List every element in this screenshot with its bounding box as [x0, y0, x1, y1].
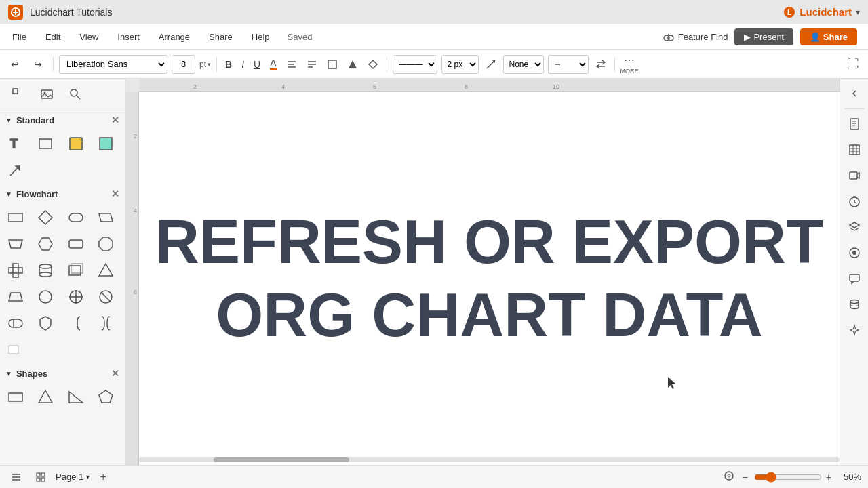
flowchart-panel-header[interactable]: ▼ Flowchart ✕	[0, 184, 125, 203]
fc-trapezoid[interactable]	[3, 231, 28, 257]
svg-marker-36	[9, 240, 22, 248]
text-shape[interactable]: T	[3, 131, 28, 157]
page-properties-button[interactable]	[842, 112, 867, 136]
fc-circle[interactable]	[33, 284, 58, 310]
fc-rect3[interactable]	[63, 258, 89, 283]
zoom-slider[interactable]	[754, 472, 822, 483]
arrow-shape[interactable]	[3, 157, 28, 183]
menu-edit[interactable]: Edit	[44, 29, 62, 45]
fc-white-rect[interactable]	[3, 337, 28, 363]
fc-octagon[interactable]	[93, 231, 119, 257]
fc-shield[interactable]	[33, 310, 58, 336]
fc-target[interactable]	[63, 284, 89, 310]
data-button[interactable]	[842, 292, 867, 317]
fill-color-button[interactable]	[344, 58, 361, 71]
table-button[interactable]	[842, 138, 867, 162]
end-arrow-select[interactable]: → None ◆	[548, 55, 589, 74]
fc-trapezoid2[interactable]	[3, 284, 28, 310]
text-align-button[interactable]	[304, 58, 320, 71]
shape-box-button[interactable]	[324, 58, 340, 71]
shapes-tool-button[interactable]	[5, 81, 31, 107]
sh-right-triangle[interactable]	[63, 384, 89, 410]
fc-rect[interactable]	[3, 205, 28, 230]
comment-button[interactable]	[842, 266, 867, 291]
fc-curly-brace[interactable]	[63, 310, 89, 336]
fc-rounded[interactable]	[63, 205, 89, 230]
note-shape[interactable]	[63, 131, 89, 157]
fc-rect-rounded-l[interactable]	[3, 310, 28, 336]
fit-to-screen-button[interactable]	[722, 468, 736, 485]
fc-diamond[interactable]	[33, 205, 58, 230]
font-size-input[interactable]	[172, 55, 195, 74]
shapes-close-button[interactable]: ✕	[111, 368, 119, 379]
fc-cylinder[interactable]	[33, 258, 58, 283]
menu-view[interactable]: View	[78, 29, 100, 45]
fc-double-brace[interactable]	[93, 310, 119, 336]
list-view-button[interactable]	[7, 468, 26, 487]
feature-find-button[interactable]: Feature Find	[663, 31, 728, 43]
menu-insert[interactable]: Insert	[116, 29, 141, 45]
italic-button[interactable]: I	[239, 58, 247, 71]
page-selector[interactable]: Page 1 ▾	[56, 472, 90, 482]
grid-view-icon	[35, 472, 46, 483]
toolbar-separator-3	[387, 57, 387, 72]
collapse-right-sidebar-button[interactable]	[842, 81, 867, 106]
font-color-button[interactable]: A	[267, 56, 279, 72]
sh-pentagon[interactable]	[93, 384, 119, 410]
more-button[interactable]: ⋯ MORE	[620, 54, 639, 75]
px-select[interactable]: 2 px 1 px 3 px	[441, 55, 479, 74]
search-tool-button[interactable]	[62, 81, 88, 107]
present-button[interactable]: ▶ Present	[734, 28, 793, 45]
fullscreen-button[interactable]: ⛶	[844, 55, 863, 74]
flowchart-close-button[interactable]: ✕	[111, 188, 119, 199]
bold-button[interactable]: B	[222, 58, 235, 71]
start-arrow-select[interactable]: None Arrow Circle	[503, 55, 544, 74]
fc-hexagon[interactable]	[33, 231, 58, 257]
redo-button[interactable]: ↪	[28, 55, 47, 74]
fc-parallel[interactable]	[93, 205, 119, 230]
rectangle-shape[interactable]	[33, 131, 58, 157]
page-dropdown-icon[interactable]: ▾	[86, 473, 90, 481]
canvas-area[interactable]: 2 4 6 8 10 2 4 6 REFRESH OR EXPORT ORG C…	[125, 79, 840, 465]
fill-button[interactable]	[842, 241, 867, 265]
grid-view-button[interactable]	[31, 468, 50, 487]
fc-rounded2[interactable]	[63, 231, 89, 257]
menu-help[interactable]: Help	[250, 29, 271, 45]
page-icon	[848, 118, 861, 130]
svg-rect-20	[13, 89, 18, 94]
fc-blocked-circle[interactable]	[93, 284, 119, 310]
line-style-select[interactable]: ——— - - - ·····	[393, 55, 437, 74]
svg-rect-29	[100, 138, 112, 150]
menu-arrange[interactable]: Arrange	[157, 29, 191, 45]
zoom-out-button[interactable]: −	[741, 470, 750, 485]
scrollbar-thumb[interactable]	[214, 457, 349, 462]
swap-button[interactable]	[593, 58, 609, 71]
video-button[interactable]	[842, 163, 867, 188]
font-family-select[interactable]: Liberation Sans Arial Times New Roman	[59, 55, 167, 74]
sh-triangle[interactable]	[33, 384, 58, 410]
standard-close-button[interactable]: ✕	[111, 115, 119, 125]
brand-dropdown[interactable]: ▾	[856, 7, 860, 17]
sh-rect[interactable]	[3, 384, 28, 410]
share-button[interactable]: 👤 Share	[800, 28, 857, 45]
layers-button[interactable]	[842, 215, 867, 239]
clock-button[interactable]	[842, 189, 867, 214]
undo-button[interactable]: ↩	[5, 55, 24, 74]
horizontal-scrollbar[interactable]	[139, 457, 840, 462]
fc-cross[interactable]	[3, 258, 28, 283]
fc-triangle[interactable]	[93, 258, 119, 283]
standard-panel-header[interactable]: ▼ Standard ✕	[0, 110, 125, 129]
underline-button[interactable]: U	[251, 58, 263, 71]
highlight-button[interactable]	[365, 58, 381, 71]
cyan-shape[interactable]	[93, 131, 119, 157]
shapes-panel-header[interactable]: ▼ Shapes ✕	[0, 364, 125, 383]
sparkle-button[interactable]	[842, 318, 867, 342]
add-page-button[interactable]: +	[95, 469, 111, 485]
zoom-in-button[interactable]: +	[826, 472, 831, 483]
align-button[interactable]	[283, 58, 300, 71]
menu-share[interactable]: Share	[208, 29, 234, 45]
connector-button[interactable]	[483, 58, 499, 71]
image-tool-button[interactable]	[34, 81, 60, 107]
canvas-content[interactable]: REFRESH OR EXPORT ORG CHART DATA	[139, 92, 840, 465]
menu-file[interactable]: File	[11, 29, 28, 45]
